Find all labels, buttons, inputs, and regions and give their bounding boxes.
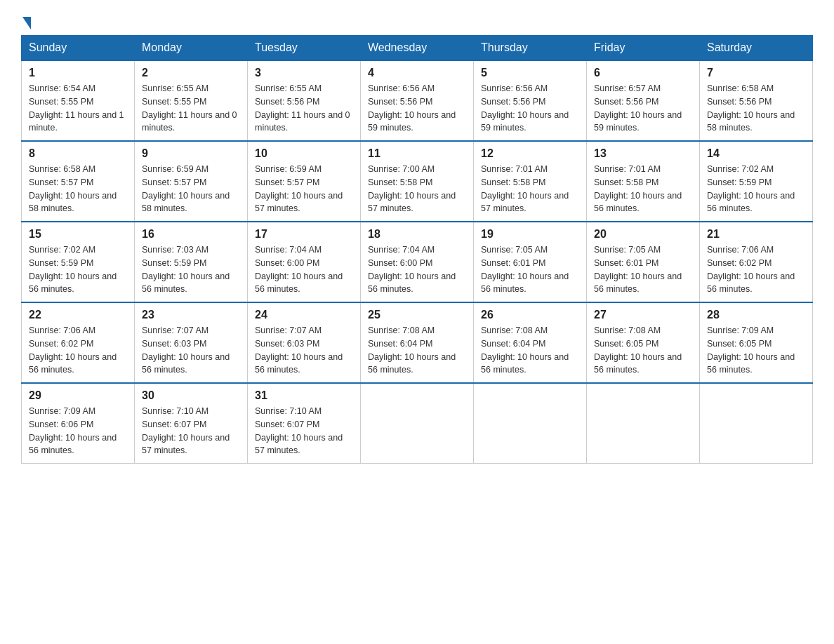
day-info: Sunrise: 7:02 AMSunset: 5:59 PMDaylight:… xyxy=(29,243,127,296)
day-info: Sunrise: 7:09 AMSunset: 6:05 PMDaylight:… xyxy=(707,324,805,377)
day-info: Sunrise: 7:04 AMSunset: 6:00 PMDaylight:… xyxy=(368,243,466,296)
day-number: 30 xyxy=(142,389,240,402)
day-info: Sunrise: 7:01 AMSunset: 5:58 PMDaylight:… xyxy=(481,163,579,215)
day-number: 24 xyxy=(255,309,353,321)
day-number: 3 xyxy=(255,67,353,79)
calendar-cell: 15 Sunrise: 7:02 AMSunset: 5:59 PMDaylig… xyxy=(22,222,135,302)
day-number: 6 xyxy=(594,67,692,79)
day-number: 5 xyxy=(481,67,579,79)
day-info: Sunrise: 7:04 AMSunset: 6:00 PMDaylight:… xyxy=(255,243,353,296)
day-info: Sunrise: 7:08 AMSunset: 6:04 PMDaylight:… xyxy=(481,324,579,377)
day-info: Sunrise: 7:06 AMSunset: 6:02 PMDaylight:… xyxy=(707,243,805,296)
calendar-cell: 2 Sunrise: 6:55 AMSunset: 5:55 PMDayligh… xyxy=(135,60,248,141)
day-header-saturday: Saturday xyxy=(700,36,813,61)
day-info: Sunrise: 7:01 AMSunset: 5:58 PMDaylight:… xyxy=(594,163,692,215)
logo-arrow-icon xyxy=(22,17,31,29)
day-number: 8 xyxy=(29,147,127,160)
calendar-week-row: 15 Sunrise: 7:02 AMSunset: 5:59 PMDaylig… xyxy=(22,222,813,302)
day-number: 22 xyxy=(29,309,127,321)
day-info: Sunrise: 6:59 AMSunset: 5:57 PMDaylight:… xyxy=(142,163,240,215)
calendar-cell: 22 Sunrise: 7:06 AMSunset: 6:02 PMDaylig… xyxy=(22,302,135,383)
day-number: 4 xyxy=(368,67,466,79)
day-number: 9 xyxy=(142,147,240,160)
calendar-cell: 5 Sunrise: 6:56 AMSunset: 5:56 PMDayligh… xyxy=(474,60,587,141)
calendar-week-row: 29 Sunrise: 7:09 AMSunset: 6:06 PMDaylig… xyxy=(22,383,813,464)
day-number: 13 xyxy=(594,147,692,160)
calendar-cell: 3 Sunrise: 6:55 AMSunset: 5:56 PMDayligh… xyxy=(248,60,361,141)
day-number: 28 xyxy=(707,309,805,321)
calendar-cell xyxy=(474,383,587,464)
page-header xyxy=(21,14,813,28)
day-info: Sunrise: 7:08 AMSunset: 6:04 PMDaylight:… xyxy=(368,324,466,377)
day-number: 2 xyxy=(142,67,240,79)
day-number: 27 xyxy=(594,309,692,321)
day-number: 20 xyxy=(594,228,692,241)
day-info: Sunrise: 7:08 AMSunset: 6:05 PMDaylight:… xyxy=(594,324,692,377)
calendar-cell: 20 Sunrise: 7:05 AMSunset: 6:01 PMDaylig… xyxy=(587,222,700,302)
calendar-cell: 21 Sunrise: 7:06 AMSunset: 6:02 PMDaylig… xyxy=(700,222,813,302)
day-number: 19 xyxy=(481,228,579,241)
calendar-cell: 27 Sunrise: 7:08 AMSunset: 6:05 PMDaylig… xyxy=(587,302,700,383)
calendar-week-row: 8 Sunrise: 6:58 AMSunset: 5:57 PMDayligh… xyxy=(22,141,813,222)
day-info: Sunrise: 7:05 AMSunset: 6:01 PMDaylight:… xyxy=(481,243,579,296)
day-info: Sunrise: 7:07 AMSunset: 6:03 PMDaylight:… xyxy=(142,324,240,377)
day-number: 29 xyxy=(29,389,127,402)
day-info: Sunrise: 6:57 AMSunset: 5:56 PMDaylight:… xyxy=(594,82,692,135)
day-info: Sunrise: 6:58 AMSunset: 5:56 PMDaylight:… xyxy=(707,82,805,135)
calendar-week-row: 22 Sunrise: 7:06 AMSunset: 6:02 PMDaylig… xyxy=(22,302,813,383)
day-number: 15 xyxy=(29,228,127,241)
day-number: 7 xyxy=(707,67,805,79)
day-number: 21 xyxy=(707,228,805,241)
calendar-cell: 16 Sunrise: 7:03 AMSunset: 5:59 PMDaylig… xyxy=(135,222,248,302)
day-header-friday: Friday xyxy=(587,36,700,61)
calendar-cell: 1 Sunrise: 6:54 AMSunset: 5:55 PMDayligh… xyxy=(22,60,135,141)
calendar-cell: 14 Sunrise: 7:02 AMSunset: 5:59 PMDaylig… xyxy=(700,141,813,222)
day-number: 18 xyxy=(368,228,466,241)
day-header-sunday: Sunday xyxy=(22,36,135,61)
day-header-wednesday: Wednesday xyxy=(361,36,474,61)
calendar-table: SundayMondayTuesdayWednesdayThursdayFrid… xyxy=(21,35,813,464)
day-info: Sunrise: 7:05 AMSunset: 6:01 PMDaylight:… xyxy=(594,243,692,296)
day-header-thursday: Thursday xyxy=(474,36,587,61)
calendar-cell: 23 Sunrise: 7:07 AMSunset: 6:03 PMDaylig… xyxy=(135,302,248,383)
day-info: Sunrise: 7:10 AMSunset: 6:07 PMDaylight:… xyxy=(142,405,240,457)
calendar-cell: 4 Sunrise: 6:56 AMSunset: 5:56 PMDayligh… xyxy=(361,60,474,141)
calendar-cell: 18 Sunrise: 7:04 AMSunset: 6:00 PMDaylig… xyxy=(361,222,474,302)
day-number: 10 xyxy=(255,147,353,160)
day-number: 14 xyxy=(707,147,805,160)
day-info: Sunrise: 6:56 AMSunset: 5:56 PMDaylight:… xyxy=(368,82,466,135)
day-number: 25 xyxy=(368,309,466,321)
day-number: 17 xyxy=(255,228,353,241)
calendar-cell: 28 Sunrise: 7:09 AMSunset: 6:05 PMDaylig… xyxy=(700,302,813,383)
day-info: Sunrise: 7:02 AMSunset: 5:59 PMDaylight:… xyxy=(707,163,805,215)
calendar-cell: 11 Sunrise: 7:00 AMSunset: 5:58 PMDaylig… xyxy=(361,141,474,222)
calendar-cell xyxy=(361,383,474,464)
day-number: 23 xyxy=(142,309,240,321)
calendar-cell xyxy=(700,383,813,464)
calendar-cell: 9 Sunrise: 6:59 AMSunset: 5:57 PMDayligh… xyxy=(135,141,248,222)
day-number: 12 xyxy=(481,147,579,160)
day-info: Sunrise: 6:58 AMSunset: 5:57 PMDaylight:… xyxy=(29,163,127,215)
day-number: 26 xyxy=(481,309,579,321)
day-info: Sunrise: 7:00 AMSunset: 5:58 PMDaylight:… xyxy=(368,163,466,215)
day-info: Sunrise: 6:55 AMSunset: 5:56 PMDaylight:… xyxy=(255,82,353,135)
calendar-cell: 7 Sunrise: 6:58 AMSunset: 5:56 PMDayligh… xyxy=(700,60,813,141)
day-info: Sunrise: 6:59 AMSunset: 5:57 PMDaylight:… xyxy=(255,163,353,215)
calendar-week-row: 1 Sunrise: 6:54 AMSunset: 5:55 PMDayligh… xyxy=(22,60,813,141)
day-header-tuesday: Tuesday xyxy=(248,36,361,61)
calendar-cell: 12 Sunrise: 7:01 AMSunset: 5:58 PMDaylig… xyxy=(474,141,587,222)
day-number: 11 xyxy=(368,147,466,160)
day-info: Sunrise: 6:55 AMSunset: 5:55 PMDaylight:… xyxy=(142,82,240,135)
calendar-cell: 6 Sunrise: 6:57 AMSunset: 5:56 PMDayligh… xyxy=(587,60,700,141)
day-info: Sunrise: 7:09 AMSunset: 6:06 PMDaylight:… xyxy=(29,405,127,457)
calendar-cell: 13 Sunrise: 7:01 AMSunset: 5:58 PMDaylig… xyxy=(587,141,700,222)
day-number: 1 xyxy=(29,67,127,79)
calendar-cell: 17 Sunrise: 7:04 AMSunset: 6:00 PMDaylig… xyxy=(248,222,361,302)
day-info: Sunrise: 6:54 AMSunset: 5:55 PMDaylight:… xyxy=(29,82,127,135)
calendar-cell: 25 Sunrise: 7:08 AMSunset: 6:04 PMDaylig… xyxy=(361,302,474,383)
day-number: 31 xyxy=(255,389,353,402)
day-info: Sunrise: 6:56 AMSunset: 5:56 PMDaylight:… xyxy=(481,82,579,135)
calendar-cell: 26 Sunrise: 7:08 AMSunset: 6:04 PMDaylig… xyxy=(474,302,587,383)
calendar-cell: 31 Sunrise: 7:10 AMSunset: 6:07 PMDaylig… xyxy=(248,383,361,464)
calendar-cell: 19 Sunrise: 7:05 AMSunset: 6:01 PMDaylig… xyxy=(474,222,587,302)
